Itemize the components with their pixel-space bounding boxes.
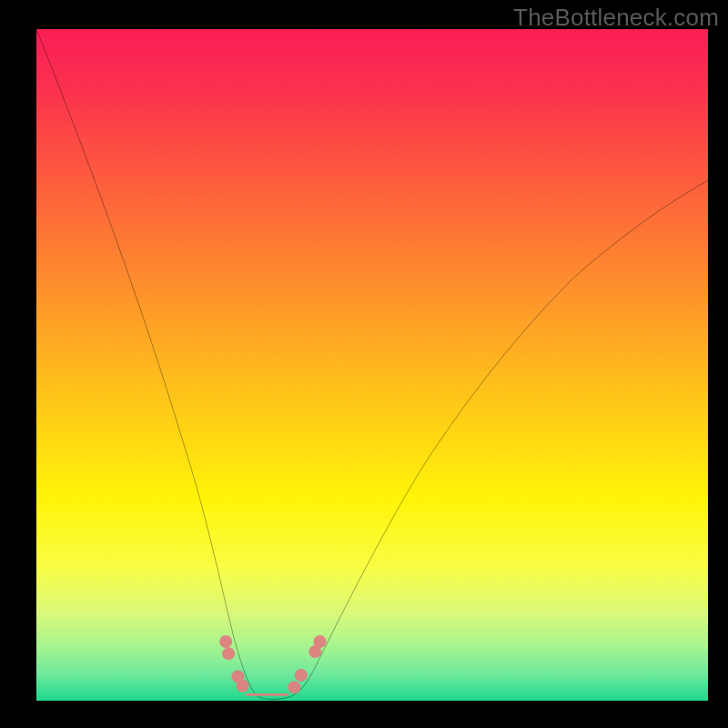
svg-point-1 xyxy=(222,647,235,660)
svg-point-0 xyxy=(219,635,232,648)
watermark-text: TheBottleneck.com xyxy=(513,4,719,32)
svg-point-5 xyxy=(295,669,308,682)
curve-path xyxy=(36,29,708,699)
svg-point-4 xyxy=(288,681,300,693)
bottleneck-curve xyxy=(36,29,708,701)
svg-point-7 xyxy=(313,635,326,648)
svg-point-3 xyxy=(237,680,249,693)
chart-frame: TheBottleneck.com xyxy=(0,0,728,728)
plot-area xyxy=(36,29,708,701)
floor-dots xyxy=(219,635,326,693)
